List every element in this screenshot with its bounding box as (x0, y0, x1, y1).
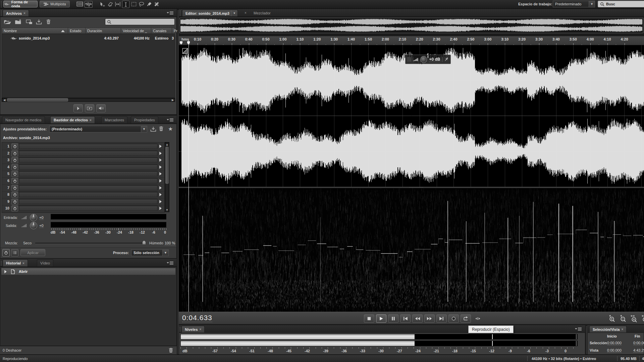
input-gain-value[interactable]: +0 (39, 216, 44, 220)
slot-insert-field[interactable] (19, 171, 158, 176)
insert-multitrack-icon[interactable] (36, 19, 42, 24)
slot-arrow-icon[interactable] (159, 152, 162, 155)
col-duracion[interactable]: Duración (85, 28, 121, 34)
seleccion-end-value[interactable]: 0:00.000 (633, 341, 644, 345)
tab-mezclador[interactable]: Mezclador (251, 10, 274, 16)
preview-play-button[interactable] (73, 104, 83, 112)
slot-power-button[interactable] (11, 192, 18, 198)
tab-marcadores[interactable]: Marcadores (101, 116, 127, 123)
slot-power-button[interactable] (11, 185, 18, 191)
hud-gain-knob[interactable] (420, 56, 427, 63)
col-velocidad[interactable]: Velocidad de _ (121, 28, 151, 34)
col-nombre[interactable]: Nombre (2, 28, 68, 34)
slot-insert-field[interactable] (19, 199, 158, 204)
input-gain-knob[interactable] (30, 214, 37, 221)
slot-power-button[interactable] (11, 150, 18, 157)
zoom-out-horizontal-button[interactable] (641, 315, 644, 322)
app-search-box[interactable]: Busc (598, 1, 644, 7)
tab-editor[interactable]: Editor: sonido_2014.mp3 ▼ (182, 10, 238, 16)
rack-list-button[interactable] (11, 249, 18, 256)
channel-selector-icon[interactable] (182, 48, 188, 54)
multitrack-view-button[interactable]: Multipista (40, 1, 70, 7)
effects-vscrollbar[interactable]: ▲ ▼ (165, 142, 169, 212)
delete-preset-icon[interactable] (159, 126, 164, 131)
tab-navegador[interactable]: Navegador de medios (2, 116, 45, 123)
preview-autoplay-button[interactable] (85, 104, 94, 112)
go-to-start-button[interactable] (400, 314, 411, 323)
slot-power-button[interactable] (11, 178, 18, 184)
waveform-view-button[interactable]: Forma de onda (3, 1, 38, 7)
slot-arrow-icon[interactable] (159, 179, 162, 183)
go-to-end-button[interactable] (436, 314, 447, 323)
tab-seleccion-vista[interactable]: Selección/Vista× (589, 326, 627, 333)
slot-arrow-icon[interactable] (159, 158, 162, 162)
close-icon[interactable]: × (622, 327, 624, 331)
slot-insert-field[interactable] (19, 185, 158, 190)
close-icon[interactable]: × (90, 118, 92, 122)
close-icon[interactable]: × (22, 261, 24, 265)
loop-playback-button[interactable] (461, 314, 471, 323)
close-icon[interactable]: × (23, 11, 25, 15)
brush-tool-icon[interactable] (146, 1, 152, 7)
output-gain-value[interactable]: +0 (39, 224, 44, 228)
new-content-icon[interactable] (26, 19, 33, 24)
rack-power-button[interactable] (2, 249, 10, 256)
slot-insert-field[interactable] (19, 164, 158, 170)
time-display[interactable]: 0:04.633 (182, 314, 212, 322)
slot-arrow-icon[interactable] (159, 186, 162, 190)
move-tool-icon[interactable] (99, 1, 105, 7)
files-hscrollbar[interactable]: ◀ ▶ (2, 98, 175, 102)
slot-arrow-icon[interactable] (159, 206, 162, 210)
slot-insert-field[interactable] (19, 157, 158, 163)
slot-arrow-icon[interactable] (159, 172, 162, 176)
mix-slider-track[interactable] (35, 243, 146, 244)
tab-video[interactable]: Vídeo (37, 259, 53, 266)
vista-start-value[interactable]: 0:00.000 (607, 348, 622, 353)
mix-slider-handle[interactable] (143, 241, 146, 244)
files-search-box[interactable] (105, 18, 175, 25)
pin-icon[interactable] (444, 57, 448, 62)
scroll-down-icon[interactable]: ▼ (165, 208, 169, 212)
rewind-button[interactable] (412, 314, 423, 323)
zoom-in-horizontal-button[interactable] (630, 315, 638, 322)
scroll-up-icon[interactable]: ▲ (165, 143, 169, 146)
clear-history-icon[interactable] (168, 348, 173, 353)
marquee-tool-icon[interactable] (131, 1, 137, 7)
slot-insert-field[interactable] (19, 205, 158, 211)
preview-loop-button[interactable] (96, 104, 106, 112)
fast-forward-button[interactable] (424, 314, 435, 323)
time-selection-tool-icon[interactable] (115, 1, 121, 7)
hud-grip[interactable] (408, 57, 411, 62)
workspace-dropdown[interactable]: Predeterminado ▼ (553, 1, 595, 7)
history-entry-abrir[interactable]: Abrir (1, 268, 176, 275)
tab-archivos[interactable]: Archivos× (3, 10, 29, 16)
process-dropdown[interactable]: Sólo selección ▼ (131, 249, 169, 256)
scroll-left-icon[interactable]: ◀ (2, 98, 6, 102)
delete-file-icon[interactable] (46, 19, 51, 24)
close-icon[interactable]: × (200, 327, 202, 331)
zoom-out-vertical-button[interactable] (619, 315, 627, 322)
import-file-icon[interactable] (14, 19, 22, 24)
slot-arrow-icon[interactable] (159, 193, 162, 196)
output-gain-knob[interactable] (30, 222, 37, 229)
tab-propiedades[interactable]: Propiedades (131, 116, 158, 123)
col-canales[interactable]: Canales (151, 28, 172, 34)
slot-power-button[interactable] (11, 164, 18, 170)
waveform-display[interactable]: +0 dB (179, 45, 644, 187)
effects-panel-menu-icon[interactable] (166, 118, 174, 122)
slot-power-button[interactable] (11, 157, 18, 163)
hud-gain-value[interactable]: +0 dB (429, 57, 440, 62)
mix-value[interactable]: 100 % (165, 241, 175, 245)
tab-bastidor[interactable]: Bastidor de efectos× (50, 116, 95, 123)
slot-arrow-icon[interactable] (159, 200, 162, 203)
slot-insert-field[interactable] (19, 150, 158, 156)
spectral-view-toggle-icon[interactable] (76, 1, 83, 7)
zoom-in-vertical-button[interactable] (608, 315, 615, 322)
slot-power-button[interactable] (11, 199, 18, 205)
waveform-display-toggle-icon[interactable] (85, 1, 93, 8)
heal-tool-icon[interactable] (154, 1, 160, 7)
slot-power-button[interactable] (11, 205, 18, 212)
col-estado[interactable]: Estado (68, 28, 85, 34)
timeline-ruler[interactable]: hms 0:100:200:300:400:501:001:101:201:30… (179, 36, 644, 45)
ibeam-tool-icon[interactable] (122, 1, 129, 8)
